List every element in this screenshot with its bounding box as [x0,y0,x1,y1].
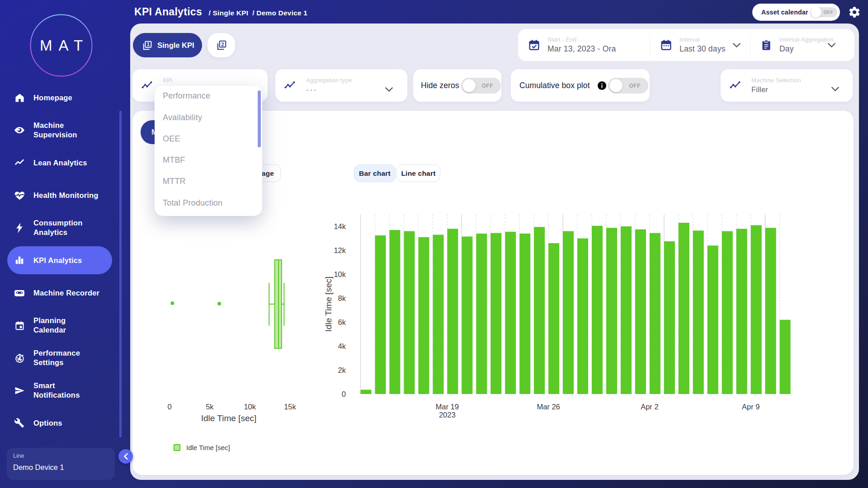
svg-text:15k: 15k [284,403,296,411]
svg-text:Mar 19: Mar 19 [436,403,459,411]
svg-text:10k: 10k [334,270,346,278]
svg-text:Apr 2: Apr 2 [641,403,658,411]
svg-text:Idle Time [sec]: Idle Time [sec] [201,413,257,423]
svg-text:0: 0 [167,403,171,411]
svg-text:2023: 2023 [439,411,456,419]
svg-text:8k: 8k [338,294,346,302]
svg-text:6k: 6k [338,318,346,326]
svg-text:Apr 9: Apr 9 [742,403,760,411]
svg-text:12k: 12k [334,246,346,254]
svg-text:5k: 5k [206,403,214,411]
svg-text:1: 1 [147,42,150,47]
svg-text:2: 2 [221,42,224,47]
svg-text:4k: 4k [338,342,346,350]
svg-text:Mar 26: Mar 26 [537,403,560,411]
svg-text:10k: 10k [244,403,256,411]
svg-text:Idle Time [sec]: Idle Time [sec] [324,277,333,332]
svg-text:14k: 14k [334,222,346,230]
svg-text:0: 0 [342,390,346,398]
svg-text:2k: 2k [338,366,346,374]
